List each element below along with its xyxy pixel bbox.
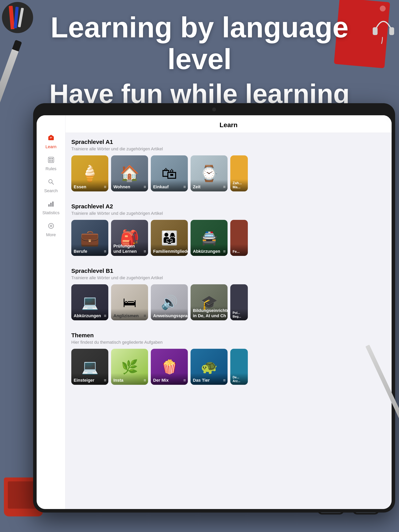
- card-partial-a1-overlay: Zah...Ma...: [230, 179, 248, 191]
- card-list-icon: ≡: [144, 184, 146, 190]
- svg-line-12: [52, 183, 54, 184]
- card-partial-a2[interactable]: Fe...: [230, 220, 248, 256]
- card-row-themen: 💻 Einsteiger ≡ 🌿 I: [71, 349, 386, 389]
- card-essen[interactable]: 🍦 Essen ≡: [71, 155, 108, 191]
- card-bildungseinrichtungen[interactable]: 🎓 Bildungseinrichtungen in De, At und Ch…: [191, 284, 228, 320]
- sidebar-item-statistics[interactable]: Statistics: [37, 197, 65, 219]
- card-insta[interactable]: 🌿 Insta ≡: [111, 349, 148, 385]
- hero-title-1: Learning by language level: [19, 12, 380, 75]
- nav-bar: Learn: [65, 115, 392, 133]
- section-a2: Sprachlevel A2 Trainiere alle Wörter und…: [65, 197, 392, 262]
- card-anweisungssprache[interactable]: 🔊 Anweisungssprache ≡: [151, 284, 188, 320]
- card-row-a2: 💼 Berufe ≡ 🎒 Prüfu: [71, 220, 386, 260]
- card-einkauf-label: Einkauf: [153, 184, 182, 190]
- section-b1-title: Sprachlevel B1: [71, 267, 386, 274]
- card-familienmitglieder[interactable]: 👨‍👩‍👧 Familienmitglieder ≡: [151, 220, 188, 256]
- more-icon: [48, 222, 55, 231]
- card-zeit-label: Zeit: [193, 184, 222, 190]
- svg-rect-9: [49, 160, 51, 162]
- svg-rect-6: [48, 157, 54, 163]
- card-partial-themen[interactable]: De...Arz...: [230, 349, 248, 385]
- svg-rect-4: [50, 137, 52, 138]
- tablet-camera: [212, 108, 216, 111]
- card-row-b1: 💻 Abkürzungen ≡ 🛏: [71, 284, 386, 324]
- card-pruefungen[interactable]: 🎒 Prüfungen und Lernen ≡: [111, 220, 148, 256]
- app-container: Learn Rules: [37, 115, 392, 509]
- tablet-screen: Learn Rules: [37, 115, 392, 509]
- card-essen-overlay: Essen ≡: [71, 180, 108, 191]
- card-list-icon: ≡: [183, 184, 186, 190]
- svg-rect-13: [48, 204, 50, 207]
- sidebar-search-label: Search: [44, 188, 58, 193]
- statistics-icon: [48, 200, 55, 209]
- card-partial-b1[interactable]: Pol...Beg...: [230, 284, 248, 320]
- card-partial-a1-label: Zah...Ma...: [233, 181, 246, 190]
- section-b1-subtitle: Trainiere alle Wörter und die zugehörige…: [71, 275, 386, 280]
- card-wohnen-overlay: Wohnen ≡: [111, 180, 148, 191]
- card-zeit-overlay: Zeit ≡: [191, 180, 228, 191]
- svg-rect-15: [52, 202, 54, 207]
- card-wohnen-label: Wohnen: [113, 184, 142, 190]
- sidebar-rules-label: Rules: [45, 166, 56, 171]
- section-a2-title: Sprachlevel A2: [71, 203, 386, 210]
- section-a1-subtitle: Trainiere alle Wörter und die zugehörige…: [71, 146, 386, 152]
- card-das-tier[interactable]: 🐢 Das Tier ≡: [191, 349, 228, 385]
- tablet-device: Learn Rules: [33, 103, 395, 513]
- main-content[interactable]: Learn Sprachlevel A1 Trainiere alle Wört…: [65, 115, 392, 509]
- section-a1: Sprachlevel A1 Trainiere alle Wörter und…: [65, 133, 392, 197]
- section-themen-subtitle: Hier findest du thematisch gegliederte A…: [71, 340, 386, 345]
- card-einkauf-overlay: Einkauf ≡: [151, 180, 188, 191]
- card-einkauf[interactable]: 🛍 Einkauf ≡: [151, 155, 188, 191]
- sidebar-item-search[interactable]: Search: [37, 175, 65, 197]
- card-der-mix[interactable]: 🍿 Der Mix ≡: [151, 349, 188, 385]
- card-wohnen[interactable]: 🏠 Wohnen ≡: [111, 155, 148, 191]
- card-abkuerzungen-b1[interactable]: 💻 Abkürzungen ≡: [71, 284, 108, 320]
- card-berufe[interactable]: 💼 Berufe ≡: [71, 220, 108, 256]
- card-essen-label: Essen: [74, 184, 103, 190]
- sidebar-more-label: More: [46, 232, 56, 237]
- search-icon: [48, 178, 55, 187]
- rules-icon: [48, 156, 55, 165]
- card-abkuerzungen-a2[interactable]: 🚔 Abkürzungen ≡: [191, 220, 228, 256]
- sidebar-item-rules[interactable]: Rules: [37, 153, 65, 175]
- nav-title: Learn: [219, 121, 238, 128]
- sidebar-statistics-label: Statistics: [42, 210, 59, 215]
- section-b1: Sprachlevel B1 Trainiere alle Wörter und…: [65, 262, 392, 326]
- card-anglizismen[interactable]: 🛏 Anglizismen ≡: [111, 284, 148, 320]
- sidebar-item-more[interactable]: More: [37, 219, 65, 241]
- card-zeit[interactable]: ⌚ Zeit ≡: [191, 155, 228, 191]
- svg-marker-3: [49, 135, 53, 136]
- section-a1-title: Sprachlevel A1: [71, 139, 386, 145]
- sidebar-learn-label: Learn: [45, 144, 56, 149]
- svg-rect-5: [50, 138, 51, 138]
- svg-rect-14: [50, 203, 52, 207]
- learn-icon: [48, 134, 55, 143]
- card-partial-a1[interactable]: Zah...Ma...: [230, 155, 248, 191]
- card-row-a1: 🍦 Essen ≡ 🏠 Wohnen: [71, 155, 386, 195]
- section-themen: Themen Hier findest du thematisch geglie…: [65, 326, 392, 391]
- card-list-icon: ≡: [104, 184, 106, 190]
- sidebar: Learn Rules: [37, 115, 65, 509]
- svg-rect-8: [51, 158, 53, 159]
- section-themen-title: Themen: [71, 332, 386, 339]
- hero-section: Learning by language level Have fun whil…: [0, 12, 399, 108]
- svg-rect-7: [49, 158, 51, 159]
- card-einsteiger[interactable]: 💻 Einsteiger ≡: [71, 349, 108, 385]
- sidebar-item-learn[interactable]: Learn: [37, 131, 65, 153]
- card-list-icon: ≡: [223, 184, 225, 190]
- svg-rect-10: [51, 160, 53, 162]
- section-a2-subtitle: Trainiere alle Wörter und die zugehörige…: [71, 211, 386, 216]
